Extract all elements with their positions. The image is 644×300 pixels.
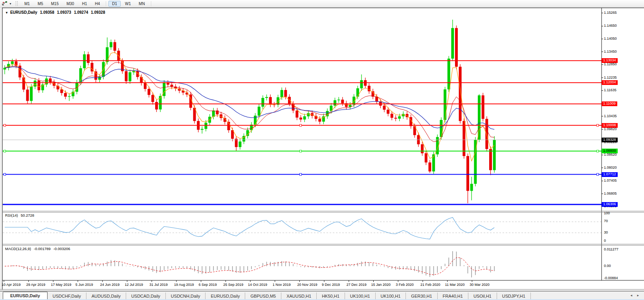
- mt4-terminal: { "toolbar": { "timeframes": ["M1","M5",…: [0, 0, 644, 300]
- chart-symbol-label: EURUSD,Daily: [10, 10, 37, 15]
- ohlc-low: 1.09274: [74, 10, 88, 15]
- ohlc-open: 1.09358: [40, 10, 54, 15]
- date-label: 29 Apr 2019: [26, 283, 46, 287]
- tab-fra40-h1[interactable]: FRA40,H1: [438, 293, 468, 299]
- date-label: 19 Aug 2019: [174, 283, 194, 287]
- date-label: 15 Jan 2020: [371, 283, 391, 287]
- price-tick-label: 1.14050: [604, 37, 617, 41]
- price-tick-label: 1.14650: [604, 24, 617, 28]
- date-label: 3 Feb 2020: [396, 283, 414, 287]
- macd-label: MACD(12,26,9): [5, 247, 31, 251]
- macd-axis-label: 0.00: [604, 264, 611, 268]
- date-label: 21 Feb 2020: [420, 283, 440, 287]
- date-label: 20 Nov 2019: [297, 283, 317, 287]
- price-level-badge: 1.13034: [602, 58, 618, 63]
- tab-audusd-daily[interactable]: AUDUSD,Daily: [86, 293, 126, 299]
- rsi-axis-label: 0: [604, 239, 606, 243]
- timeframe-button-h4[interactable]: H4: [91, 1, 103, 7]
- date-label: 14 Oct 2019: [248, 283, 267, 287]
- tab-scroll-right-icon[interactable]: ▸: [635, 293, 641, 298]
- tab-usdcad-daily[interactable]: USDCAD,Daily: [126, 293, 166, 299]
- date-label: 9 Dec 2019: [322, 283, 340, 287]
- chart-window-background[interactable]: [2, 8, 644, 289]
- chart-menu-icon[interactable]: ▼: [5, 11, 8, 15]
- price-tick-label: 1.08020: [604, 166, 617, 170]
- date-label: 30 Mar 2020: [470, 283, 490, 287]
- tab-usdchf-daily[interactable]: USDCHF,Daily: [48, 293, 86, 299]
- tab-gbpusd-m5[interactable]: GBPUSD,M5: [245, 293, 281, 299]
- current-price-badge: 1.09328: [602, 138, 618, 142]
- tab-usdjpy-h1[interactable]: USDJPY,H1: [497, 293, 531, 299]
- price-tick-label: 1.12235: [604, 75, 617, 80]
- rsi-title: RSI(14)50.2728: [5, 213, 34, 217]
- tab-xauusd-h1[interactable]: XAUUSD,H1: [281, 293, 317, 299]
- tab-scroll-left-icon[interactable]: ◂: [628, 293, 634, 298]
- macd-axis-label: 0.011277: [604, 247, 618, 252]
- price-level-badge: 1.07712: [602, 172, 618, 177]
- timeframe-button-w1[interactable]: W1: [121, 1, 134, 7]
- price-level-badge: 1.12004: [602, 80, 618, 85]
- price-tick-label: 1.07405: [604, 179, 617, 183]
- price-tick-label: 1.15265: [604, 11, 617, 15]
- price-level-badge: 1.11009: [602, 101, 617, 106]
- macd-value: -0.001789: [34, 247, 51, 251]
- rsi-label: RSI(14): [5, 213, 18, 217]
- timeframe-button-m5[interactable]: M5: [34, 1, 47, 7]
- toolbar-grip[interactable]: [16, 1, 18, 6]
- price-level-badge: 1.06306: [602, 202, 618, 207]
- timeframe-button-m1[interactable]: M1: [21, 1, 33, 7]
- date-label: 6 Sep 2019: [199, 283, 217, 287]
- tab-uk100-h1[interactable]: UK100,H1: [345, 293, 376, 299]
- tab-usoil-h1[interactable]: USOil,H1: [468, 293, 497, 299]
- tab-ger30-h1[interactable]: GER30,H1: [406, 293, 437, 299]
- ohlc-high: 1.09373: [57, 10, 71, 15]
- timeframe-button-m15[interactable]: M15: [48, 1, 62, 7]
- chart-title: ▼EURUSD,Daily1.093581.093731.092741.0932…: [5, 10, 105, 15]
- timeframe-button-m30[interactable]: M30: [63, 1, 77, 7]
- chart-tab-bar: EURUSD,Daily USDCHF,Daily AUDUSD,Daily U…: [0, 291, 644, 299]
- timeframe-button-d1[interactable]: D1: [108, 1, 121, 7]
- date-label: 31 Jul 2019: [149, 283, 168, 287]
- rsi-axis-label: 70: [604, 219, 608, 223]
- ohlc-close: 1.09328: [91, 10, 105, 15]
- rsi-axis-label: 100: [604, 211, 610, 215]
- price-level-badge: 1.10008: [602, 123, 618, 128]
- date-label: 12 Jul 2019: [125, 283, 143, 287]
- chart-tool-icon[interactable]: [2, 1, 8, 6]
- date-label: 1 Nov 2019: [273, 283, 291, 287]
- date-label: 25 Sep 2019: [223, 283, 243, 287]
- tab-eurusd-daily-2[interactable]: EURUSD,Daily: [205, 293, 245, 299]
- toolbar-separator: [106, 1, 106, 6]
- date-label: 24 Jun 2019: [100, 283, 120, 287]
- toolbar-separator: [151, 1, 151, 6]
- date-label: 5 Jun 2019: [75, 283, 93, 287]
- timeframe-button-h1[interactable]: H1: [79, 1, 91, 7]
- price-tick-label: 1.06805: [604, 191, 617, 196]
- tab-uk100-h1-2[interactable]: UK100,H1: [376, 293, 406, 299]
- price-tick-label: 1.10435: [604, 114, 617, 118]
- date-label: 11 Mar 2020: [445, 283, 465, 287]
- macd-axis-label: -0.00884: [604, 276, 618, 280]
- tab-usdcnh-daily[interactable]: USDCNH,Daily: [166, 293, 206, 299]
- rsi-value: 50.2728: [21, 213, 34, 217]
- date-label: 17 May 2019: [51, 283, 71, 287]
- timeframe-button-mn[interactable]: MN: [135, 1, 149, 7]
- date-label: 27 Dec 2019: [347, 283, 367, 287]
- date-label: 10 Apr 2019: [2, 283, 21, 287]
- macd-title: MACD(12,26,9)-0.001789-0.003206: [5, 247, 70, 251]
- tab-eurusd-daily-active[interactable]: EURUSD,Daily: [3, 292, 48, 299]
- tab-hk50-h1[interactable]: HK50,H1: [317, 293, 345, 299]
- toolbar-dropdown-caret[interactable]: ▼: [9, 2, 12, 5]
- price-level-badge: 1.08800: [602, 149, 618, 153]
- price-tick-label: 1.11635: [604, 88, 616, 92]
- macd-signal-value: -0.003206: [53, 247, 70, 251]
- timeframe-toolbar: ▼ M1 M5 M15 M30 H1 H4 D1 W1 MN: [0, 0, 644, 7]
- price-tick-label: 1.13450: [604, 50, 617, 54]
- rsi-axis-label: 30: [604, 230, 608, 235]
- tab-scroll-arrows: ◂ ▸: [628, 293, 641, 297]
